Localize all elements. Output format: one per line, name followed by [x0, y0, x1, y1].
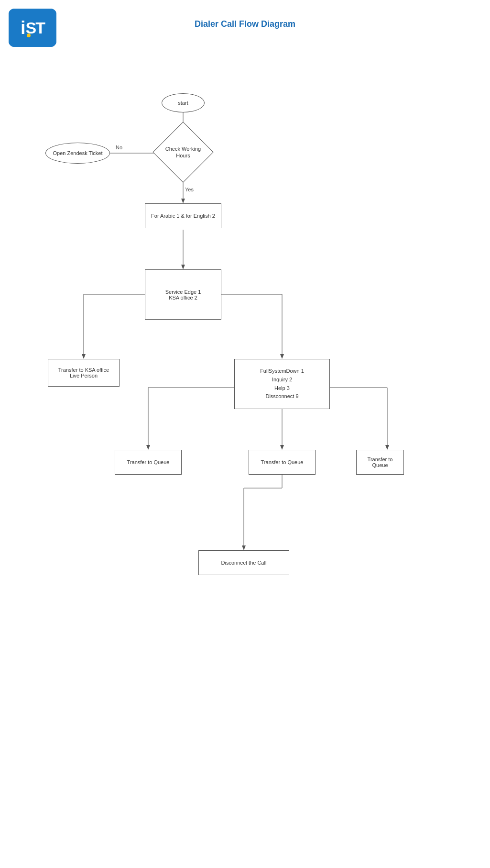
- diagram-title: Dialer Call Flow Diagram: [0, 19, 490, 29]
- disconnect-node: Disconnect the Call: [198, 550, 289, 575]
- logo-i: i: [21, 18, 26, 38]
- service-edge-node: Service Edge 1 KSA office 2: [145, 269, 221, 320]
- svg-text:No: No: [116, 145, 122, 150]
- svg-marker-12: [82, 354, 86, 359]
- check-working-hours-node: Check Working Hours: [162, 131, 205, 174]
- full-system-down-node: FullSystemDown 1 Inquiry 2 Help 3 Dissco…: [234, 359, 330, 409]
- svg-text:Yes: Yes: [185, 187, 194, 192]
- transfer-queue-3-node: Transfer to Queue: [356, 450, 404, 475]
- transfer-queue-2-node: Transfer to Queue: [249, 450, 316, 475]
- svg-marker-18: [146, 445, 150, 450]
- transfer-ksa-node: Transfer to KSA office Live Person: [48, 359, 120, 387]
- svg-marker-23: [385, 445, 389, 450]
- transfer-queue-1-node: Transfer to Queue: [115, 450, 182, 475]
- start-node: start: [162, 93, 205, 112]
- logo-dot: [27, 33, 31, 37]
- svg-marker-15: [280, 354, 284, 359]
- logo-container: i ST: [9, 9, 56, 47]
- svg-marker-20: [280, 445, 284, 450]
- flowchart: Yes No start: [0, 38, 490, 868]
- svg-marker-27: [242, 545, 246, 550]
- open-zendesk-node: Open Zendesk Ticket: [45, 143, 110, 164]
- svg-marker-3: [181, 199, 185, 203]
- logo-mark: i ST: [21, 18, 44, 38]
- svg-marker-9: [181, 265, 185, 269]
- arabic-english-node: For Arabic 1 & for English 2: [145, 203, 221, 228]
